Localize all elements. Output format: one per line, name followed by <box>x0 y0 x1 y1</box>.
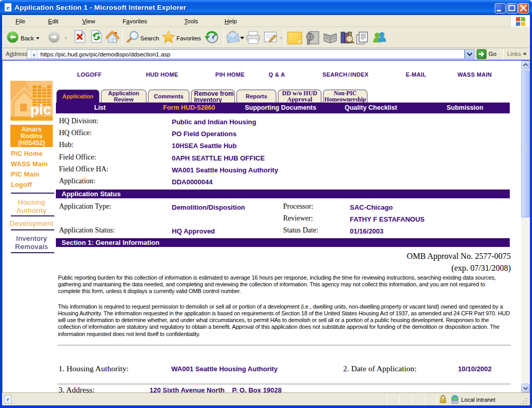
svg-text:pic: pic <box>31 101 51 118</box>
svg-text:e: e <box>7 4 10 11</box>
svg-text:e: e <box>7 396 10 403</box>
svg-text:e: e <box>33 51 36 57</box>
